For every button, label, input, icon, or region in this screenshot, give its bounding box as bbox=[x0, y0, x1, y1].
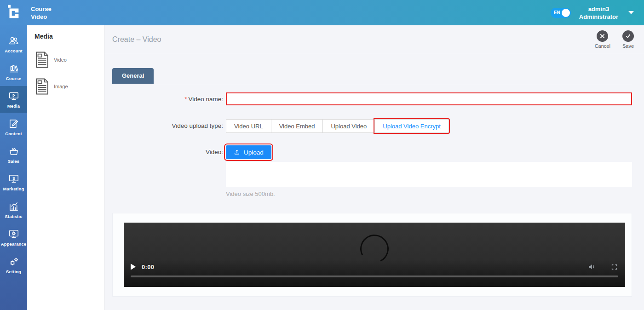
sidebar-item-label: Media bbox=[7, 103, 20, 109]
upload-type-video-url[interactable]: Video URL bbox=[226, 119, 271, 133]
bar-chart-icon bbox=[8, 201, 20, 212]
upload-type-upload-video-encrypt[interactable]: Upload Video Encrypt bbox=[374, 119, 449, 133]
file-list-area bbox=[226, 162, 632, 187]
progress-bar[interactable] bbox=[131, 276, 618, 277]
video-name-label: *Video name: bbox=[112, 92, 224, 106]
sidebar-item-label: Content bbox=[5, 131, 22, 136]
sidebar-item-course[interactable]: Course bbox=[0, 58, 27, 85]
sidebar-item-label: Appearance bbox=[1, 241, 26, 247]
secondary-sidebar: Media Video Image bbox=[27, 25, 104, 310]
document-icon bbox=[34, 51, 50, 69]
sidebar-item-sales[interactable]: Sales bbox=[0, 141, 27, 168]
user-name: admin3 bbox=[579, 5, 618, 13]
required-asterisk: * bbox=[184, 96, 187, 103]
submenu-item-label: Image bbox=[54, 84, 68, 89]
main-panel: Create – Video Cancel Save bbox=[104, 25, 644, 310]
volume-icon[interactable] bbox=[587, 262, 596, 271]
document-icon bbox=[34, 77, 50, 96]
player-controls: 0:00 bbox=[124, 259, 625, 287]
app-title-line1: Course bbox=[31, 5, 52, 13]
upload-type-label: Video upload type: bbox=[112, 119, 224, 132]
sidebar-item-label: Setting bbox=[6, 269, 21, 274]
page-content: General *Video name: Video upload type: … bbox=[104, 54, 644, 310]
save-button[interactable]: Save bbox=[622, 30, 634, 49]
submenu-item-video[interactable]: Video bbox=[27, 46, 104, 73]
sidebar-item-content[interactable]: Content bbox=[0, 114, 27, 140]
submenu-item-label: Video bbox=[54, 57, 67, 63]
app-title: Course Video bbox=[31, 5, 52, 21]
tab-bar: General bbox=[112, 68, 632, 84]
fullscreen-icon[interactable] bbox=[610, 263, 618, 271]
people-icon bbox=[8, 35, 20, 47]
logo-icon bbox=[5, 4, 23, 22]
chevron-down-icon[interactable] bbox=[628, 11, 634, 14]
submenu-item-image[interactable]: Image bbox=[27, 73, 104, 100]
upload-button-label: Upload bbox=[244, 149, 264, 156]
app-title-line2: Video bbox=[31, 13, 52, 21]
sidebar-item-label: Marketing bbox=[3, 186, 24, 191]
upload-type-upload-video[interactable]: Upload Video bbox=[322, 119, 375, 133]
basket-icon bbox=[8, 145, 20, 157]
sidebar-item-label: Account bbox=[5, 48, 23, 53]
toggle-knob-icon bbox=[562, 9, 570, 17]
upload-icon bbox=[234, 149, 240, 155]
tab-general[interactable]: General bbox=[112, 68, 154, 84]
sidebar-item-label: Sales bbox=[8, 159, 19, 164]
app-logo[interactable] bbox=[0, 0, 27, 25]
player-card: 0:00 bbox=[112, 213, 632, 297]
upload-button[interactable]: Upload bbox=[226, 145, 271, 159]
monitor-gear-icon bbox=[8, 228, 20, 240]
check-circle-icon bbox=[622, 30, 634, 42]
svg-text:$: $ bbox=[12, 176, 15, 181]
sidebar-item-appearance[interactable]: Appearance bbox=[0, 224, 27, 251]
user-role: Administrator bbox=[579, 13, 618, 21]
sidebar-item-media[interactable]: Media bbox=[0, 86, 27, 113]
gears-icon bbox=[8, 256, 20, 268]
sidebar-item-marketing[interactable]: $ Marketing bbox=[0, 169, 27, 195]
current-time: 0:00 bbox=[142, 264, 154, 270]
sidebar-item-setting[interactable]: Setting bbox=[0, 252, 27, 278]
language-toggle-label: EN bbox=[554, 10, 560, 15]
monitor-dollar-icon: $ bbox=[8, 173, 20, 185]
user-menu[interactable]: admin3 Administrator bbox=[579, 5, 618, 21]
video-name-input[interactable] bbox=[226, 92, 632, 105]
upload-type-video-embed[interactable]: Video Embed bbox=[271, 119, 323, 133]
page-title: Create – Video bbox=[112, 35, 161, 44]
video-player[interactable]: 0:00 bbox=[124, 223, 625, 287]
play-button[interactable] bbox=[131, 264, 136, 270]
sidebar-item-label: Course bbox=[6, 76, 21, 81]
app-root: Course Video EN admin3 Administrator Acc… bbox=[0, 0, 644, 310]
primary-sidebar: Account Course Media Cont bbox=[0, 25, 27, 310]
language-toggle[interactable]: EN bbox=[551, 8, 571, 18]
page-header: Create – Video Cancel Save bbox=[104, 25, 644, 54]
upload-type-group: Video URL Video Embed Upload Video Uploa… bbox=[226, 119, 449, 133]
edit-document-icon bbox=[8, 118, 20, 130]
books-icon bbox=[8, 63, 20, 75]
save-label: Save bbox=[622, 43, 634, 49]
sidebar-item-account[interactable]: Account bbox=[0, 31, 27, 57]
sidebar-item-label: Statistic bbox=[5, 214, 23, 219]
top-header: Course Video EN admin3 Administrator bbox=[0, 0, 644, 25]
video-label: Video: bbox=[112, 145, 224, 159]
cancel-button[interactable]: Cancel bbox=[595, 30, 610, 49]
submenu-title: Media bbox=[27, 30, 104, 46]
x-circle-icon bbox=[597, 30, 608, 42]
monitor-play-icon bbox=[8, 90, 20, 102]
sidebar-item-statistic[interactable]: Statistic bbox=[0, 196, 27, 223]
video-size-hint: Video size 500mb. bbox=[226, 190, 632, 197]
cancel-label: Cancel bbox=[595, 43, 610, 49]
